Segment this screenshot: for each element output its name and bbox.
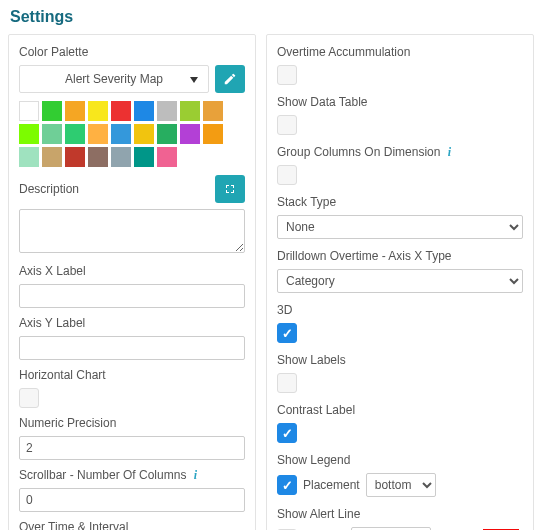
color-swatch[interactable] <box>65 101 85 121</box>
three-d-label: 3D <box>277 303 523 317</box>
show-legend-label: Show Legend <box>277 453 523 467</box>
right-panel: Overtime Accummulation Show Data Table G… <box>266 34 534 530</box>
axis-y-input[interactable] <box>19 336 245 360</box>
color-swatch[interactable] <box>111 147 131 167</box>
placement-select[interactable]: bottom <box>366 473 436 497</box>
color-swatch[interactable] <box>88 101 108 121</box>
color-swatch[interactable] <box>111 101 131 121</box>
three-d-checkbox[interactable] <box>277 323 297 343</box>
color-swatch[interactable] <box>19 101 39 121</box>
horizontal-chart-label: Horizontal Chart <box>19 368 245 382</box>
color-swatch[interactable] <box>203 101 223 121</box>
color-swatch[interactable] <box>134 147 154 167</box>
color-swatch[interactable] <box>42 124 62 144</box>
numeric-precision-input[interactable] <box>19 436 245 460</box>
contrast-label-checkbox[interactable] <box>277 423 297 443</box>
drilldown-axisx-select[interactable]: Category <box>277 269 523 293</box>
color-swatch[interactable] <box>111 124 131 144</box>
scrollbar-columns-label: Scrollbar - Number Of Columns i <box>19 468 245 482</box>
horizontal-chart-checkbox[interactable] <box>19 388 39 408</box>
description-input[interactable] <box>19 209 245 253</box>
color-swatch[interactable] <box>88 147 108 167</box>
color-swatch[interactable] <box>157 124 177 144</box>
color-swatch[interactable] <box>134 101 154 121</box>
axis-x-input[interactable] <box>19 284 245 308</box>
placement-label: Placement <box>303 478 360 492</box>
left-panel: Color Palette Alert Severity Map Descrip… <box>8 34 256 530</box>
drilldown-axisx-label: Drilldown Overtime - Axis X Type <box>277 249 523 263</box>
color-swatch[interactable] <box>180 124 200 144</box>
overtime-accum-label: Overtime Accummulation <box>277 45 523 59</box>
expand-icon <box>224 183 236 195</box>
axis-x-label: Axis X Label <box>19 264 245 278</box>
color-swatch[interactable] <box>157 101 177 121</box>
show-data-table-checkbox[interactable] <box>277 115 297 135</box>
axis-y-label: Axis Y Label <box>19 316 245 330</box>
color-swatch[interactable] <box>134 124 154 144</box>
info-icon[interactable]: i <box>448 145 460 157</box>
overtime-accum-checkbox[interactable] <box>277 65 297 85</box>
show-legend-checkbox[interactable] <box>277 475 297 495</box>
info-icon[interactable]: i <box>194 468 206 480</box>
pencil-icon <box>223 72 237 86</box>
color-swatch[interactable] <box>203 124 223 144</box>
page-title: Settings <box>10 8 539 26</box>
color-swatches <box>19 101 245 167</box>
scrollbar-columns-input[interactable] <box>19 488 245 512</box>
color-swatch[interactable] <box>42 147 62 167</box>
edit-palette-button[interactable] <box>215 65 245 93</box>
contrast-label-label: Contrast Label <box>277 403 523 417</box>
stack-type-select[interactable]: None <box>277 215 523 239</box>
color-swatch[interactable] <box>19 124 39 144</box>
color-swatch[interactable] <box>180 101 200 121</box>
stack-type-label: Stack Type <box>277 195 523 209</box>
expand-description-button[interactable] <box>215 175 245 203</box>
show-labels-checkbox[interactable] <box>277 373 297 393</box>
color-swatch[interactable] <box>65 147 85 167</box>
color-swatch[interactable] <box>88 124 108 144</box>
overtime-interval-label: Over Time & Interval <box>19 520 245 530</box>
numeric-precision-label: Numeric Precision <box>19 416 245 430</box>
color-swatch[interactable] <box>19 147 39 167</box>
palette-select[interactable]: Alert Severity Map <box>19 65 209 93</box>
description-label: Description <box>19 182 79 196</box>
group-columns-label: Group Columns On Dimension i <box>277 145 523 159</box>
color-swatch[interactable] <box>42 101 62 121</box>
show-data-table-label: Show Data Table <box>277 95 523 109</box>
color-swatch[interactable] <box>157 147 177 167</box>
color-swatch[interactable] <box>65 124 85 144</box>
show-labels-label: Show Labels <box>277 353 523 367</box>
show-alert-line-label: Show Alert Line <box>277 507 523 521</box>
group-columns-checkbox[interactable] <box>277 165 297 185</box>
palette-selected-value: Alert Severity Map <box>65 72 163 86</box>
caret-down-icon <box>190 72 198 86</box>
color-palette-label: Color Palette <box>19 45 245 59</box>
